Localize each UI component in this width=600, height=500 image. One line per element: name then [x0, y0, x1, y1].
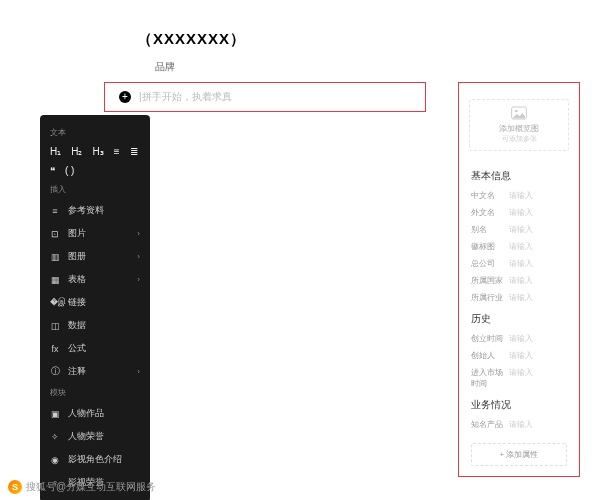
item-label: 链接 — [68, 296, 86, 309]
field-label: 外文名 — [471, 207, 509, 218]
item-label: 图册 — [68, 250, 86, 263]
item-icon: ▣ — [50, 409, 60, 419]
item-icon: ✧ — [50, 432, 60, 442]
item-icon: ≡ — [50, 206, 60, 216]
quote-row[interactable]: ❝( ) — [40, 161, 150, 180]
item-label: 参考资料 — [68, 204, 104, 217]
sohu-logo-icon: S — [8, 480, 22, 494]
section-basic: 基本信息 — [459, 163, 579, 187]
item-label: 公式 — [68, 342, 86, 355]
field-value: 请输入 — [509, 419, 533, 430]
item-label: 数据 — [68, 319, 86, 332]
field-value: 请输入 — [509, 207, 533, 218]
page-title: （XXXXXXX） — [137, 30, 246, 49]
field-row[interactable]: 外文名请输入 — [459, 204, 579, 221]
section-insert: 插入 — [40, 180, 150, 199]
insert-item-5[interactable]: ◫数据 — [40, 314, 150, 337]
section-business: 业务情况 — [459, 392, 579, 416]
field-value: 请输入 — [509, 224, 533, 235]
field-row[interactable]: 进入市场时间请输入 — [459, 364, 579, 392]
item-icon: fx — [50, 344, 60, 354]
module-item-0[interactable]: ▣人物作品 — [40, 402, 150, 425]
insert-item-6[interactable]: fx公式 — [40, 337, 150, 360]
item-icon: ◉ — [50, 455, 60, 465]
field-row[interactable]: 创立时间请输入 — [459, 330, 579, 347]
field-row[interactable]: 别名请输入 — [459, 221, 579, 238]
field-value: 请输入 — [509, 367, 533, 389]
item-label: 人物荣誉 — [68, 430, 104, 443]
item-label: 注释 — [68, 365, 86, 378]
section-text: 文本 — [40, 123, 150, 142]
item-label: 影视角色介绍 — [68, 453, 122, 466]
field-label: 总公司 — [471, 258, 509, 269]
chevron-right-icon: › — [137, 275, 140, 284]
toolbar: 文本 H₁H₂H₃≡≣ ❝( ) 插入 ≡参考资料⊡图片›▥图册›▦表格›�இ链… — [40, 115, 150, 500]
field-row[interactable]: 所属行业请输入 — [459, 289, 579, 306]
field-value: 请输入 — [509, 241, 533, 252]
section-module: 模块 — [40, 383, 150, 402]
insert-item-4[interactable]: �இ链接 — [40, 291, 150, 314]
field-value: 请输入 — [509, 190, 533, 201]
field-row[interactable]: 创始人请输入 — [459, 347, 579, 364]
plus-icon: + — [119, 91, 131, 103]
field-label: 中文名 — [471, 190, 509, 201]
insert-item-0[interactable]: ≡参考资料 — [40, 199, 150, 222]
field-label: 别名 — [471, 224, 509, 235]
field-row[interactable]: 总公司请输入 — [459, 255, 579, 272]
field-value: 请输入 — [509, 292, 533, 303]
field-row[interactable]: 中文名请输入 — [459, 187, 579, 204]
svg-point-1 — [515, 110, 518, 113]
field-label: 创立时间 — [471, 333, 509, 344]
chevron-right-icon: › — [137, 367, 140, 376]
heading-row[interactable]: H₁H₂H₃≡≣ — [40, 142, 150, 161]
field-label: 知名产品 — [471, 419, 509, 430]
section-history: 历史 — [459, 306, 579, 330]
chevron-right-icon: › — [137, 252, 140, 261]
item-icon: ▦ — [50, 275, 60, 285]
chevron-right-icon: › — [137, 229, 140, 238]
insert-item-3[interactable]: ▦表格› — [40, 268, 150, 291]
side-panel: 添加概览图 可添加多张 基本信息 中文名请输入外文名请输入别名请输入徽标图请输入… — [458, 82, 580, 477]
field-value: 请输入 — [509, 258, 533, 269]
insert-item-1[interactable]: ⊡图片› — [40, 222, 150, 245]
add-attribute-button[interactable]: + 添加属性 — [471, 443, 567, 466]
item-icon: ▥ — [50, 252, 60, 262]
item-icon: ◫ — [50, 321, 60, 331]
insert-item-2[interactable]: ▥图册› — [40, 245, 150, 268]
field-label: 进入市场时间 — [471, 367, 509, 389]
item-label: 表格 — [68, 273, 86, 286]
item-label: 人物作品 — [68, 407, 104, 420]
field-label: 所属国家 — [471, 275, 509, 286]
field-value: 请输入 — [509, 333, 533, 344]
input-placeholder: |拼手开始，执着求真 — [139, 90, 232, 104]
tab-brand[interactable]: 品牌 — [155, 60, 175, 74]
item-icon: �இ — [50, 297, 60, 308]
field-value: 请输入 — [509, 350, 533, 361]
item-label: 图片 — [68, 227, 86, 240]
module-item-1[interactable]: ✧人物荣誉 — [40, 425, 150, 448]
add-image-box[interactable]: 添加概览图 可添加多张 — [469, 99, 569, 151]
field-label: 创始人 — [471, 350, 509, 361]
field-label: 徽标图 — [471, 241, 509, 252]
module-item-2[interactable]: ◉影视角色介绍 — [40, 448, 150, 471]
field-row[interactable]: 徽标图请输入 — [459, 238, 579, 255]
field-value: 请输入 — [509, 275, 533, 286]
watermark: S 搜狐号@分媒互动互联网服务 — [8, 480, 156, 494]
image-icon — [511, 106, 527, 120]
item-icon: ⊡ — [50, 229, 60, 239]
main-input[interactable]: + |拼手开始，执着求真 — [104, 82, 426, 112]
insert-item-7[interactable]: ⓘ注释› — [40, 360, 150, 383]
field-row[interactable]: 所属国家请输入 — [459, 272, 579, 289]
field-label: 所属行业 — [471, 292, 509, 303]
item-icon: ⓘ — [50, 365, 60, 378]
field-row[interactable]: 知名产品请输入 — [459, 416, 579, 433]
